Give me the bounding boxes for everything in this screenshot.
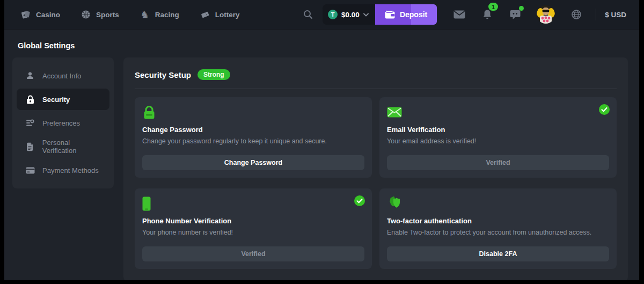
padlock-icon	[142, 105, 364, 120]
disable-2fa-button[interactable]: Disable 2FA	[387, 246, 609, 261]
card-description: Change your password regularly to keep i…	[142, 137, 364, 145]
sidebar-item-preferences[interactable]: Preferences	[17, 112, 109, 134]
card-title: Change Password	[142, 126, 364, 134]
nav-icon-group: 1	[453, 5, 583, 24]
page-title: Global Settings	[18, 41, 628, 50]
change-password-card: Change Password Change your password reg…	[135, 97, 372, 178]
nav-divider	[596, 9, 596, 20]
notification-badge: 1	[488, 3, 498, 11]
nav-link-label: Sports	[96, 11, 119, 19]
card-description: Your email address is verified!	[387, 137, 609, 145]
two-factor-card: Two-factor authentication Enable Two-fac…	[379, 188, 617, 269]
deposit-button[interactable]: Deposit	[375, 4, 437, 25]
fiat-currency-selector[interactable]: $ USD	[605, 11, 626, 19]
header-divider	[135, 89, 617, 89]
notifications-bell-icon[interactable]: 1	[481, 8, 494, 21]
deposit-label: Deposit	[400, 10, 427, 19]
security-setup-panel: Security Setup Strong Change Password Ch…	[123, 57, 628, 280]
sidebar-item-label: Security	[42, 96, 70, 104]
security-setup-header: Security Setup Strong	[135, 68, 617, 89]
credit-card-icon	[25, 165, 35, 175]
phone-icon	[142, 196, 364, 211]
wallet-balance-dropdown[interactable]: T $0.00	[323, 4, 375, 25]
nav-link-lottery[interactable]: Lottery	[200, 9, 240, 20]
lock-icon	[25, 94, 35, 104]
sliders-icon	[25, 118, 35, 128]
sidebar-item-personal-verification[interactable]: Personal Verification	[17, 136, 109, 157]
section-title: Security Setup	[135, 70, 191, 79]
document-icon	[25, 142, 35, 151]
sidebar-item-label: Preferences	[42, 119, 80, 127]
sidebar-item-label: Personal Verification	[42, 139, 105, 155]
security-cards-grid: Change Password Change your password reg…	[135, 97, 617, 269]
nav-link-racing[interactable]: ♞ Racing	[140, 9, 179, 20]
strength-badge: Strong	[197, 69, 230, 80]
nav-link-label: Casino	[36, 11, 60, 19]
cards-icon	[20, 9, 31, 20]
user-icon	[25, 71, 35, 81]
ticket-icon	[200, 9, 210, 20]
mail-icon[interactable]	[453, 8, 466, 21]
sidebar-item-account-info[interactable]: Account Info	[17, 65, 109, 86]
nav-link-sports[interactable]: Sports	[80, 9, 119, 20]
sidebar-item-payment-methods[interactable]: Payment Methods	[17, 159, 109, 181]
chat-icon[interactable]	[509, 8, 522, 21]
screen-frame: Casino Sports ♞ Racing Lottery	[0, 0, 644, 284]
card-description: Your phone number is verified!	[142, 229, 364, 236]
page: Casino Sports ♞ Racing Lottery	[4, 0, 639, 280]
card-title: Two-factor authentication	[387, 217, 609, 225]
envelope-icon	[387, 105, 609, 120]
language-globe-icon[interactable]	[570, 8, 583, 21]
sidebar-item-label: Account Info	[42, 72, 81, 80]
balance-amount: $0.00	[341, 11, 360, 19]
chevron-down-icon	[363, 13, 369, 17]
user-avatar[interactable]	[537, 5, 555, 24]
sidebar-item-label: Payment Methods	[42, 166, 99, 174]
card-title: Phone Number Verification	[142, 217, 364, 225]
verified-check-icon	[354, 195, 365, 206]
wallet-icon	[385, 10, 395, 19]
basketball-icon	[80, 9, 91, 20]
settings-sidebar: Account Info Security Preferences	[12, 57, 114, 188]
phone-verified-button: Verified	[142, 246, 364, 261]
chat-online-dot	[519, 6, 524, 11]
top-navbar: Casino Sports ♞ Racing Lottery	[4, 0, 639, 30]
nav-links: Casino Sports ♞ Racing Lottery	[20, 9, 240, 20]
change-password-button[interactable]: Change Password	[142, 155, 364, 170]
card-description: Enable Two-factor to protect your accoun…	[387, 229, 609, 236]
nav-link-casino[interactable]: Casino	[20, 9, 60, 20]
email-verified-button: Verified	[387, 155, 609, 170]
card-title: Email Verification	[387, 126, 609, 134]
nav-link-label: Racing	[155, 11, 179, 19]
horse-icon: ♞	[140, 9, 150, 20]
shield-icon	[387, 196, 609, 211]
nav-link-label: Lottery	[215, 11, 240, 19]
sidebar-item-security[interactable]: Security	[17, 89, 109, 110]
phone-verification-card: Phone Number Verification Your phone num…	[135, 188, 372, 269]
email-verification-card: Email Verification Your email address is…	[379, 97, 617, 178]
verified-check-icon	[599, 104, 610, 115]
content-row: Account Info Security Preferences	[12, 57, 628, 280]
tether-icon: T	[328, 10, 338, 19]
search-icon[interactable]	[299, 5, 317, 24]
settings-body: Global Settings Account Info Secur	[4, 30, 639, 280]
